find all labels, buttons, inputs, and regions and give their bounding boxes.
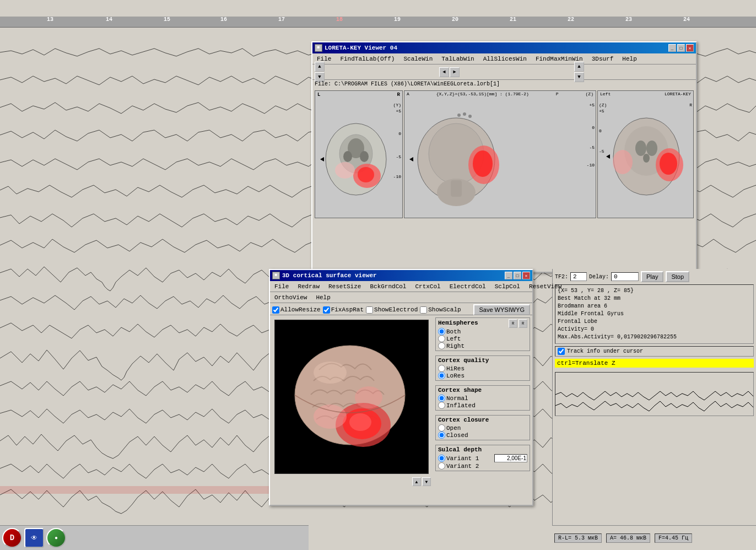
cortex-quality-group: Cortex quality HiRes LoRes: [435, 355, 530, 381]
cortical-menu-orthoview[interactable]: OrthoView: [272, 293, 309, 302]
loreta-brain-views: L R (Y) +5 0 -5 -10: [312, 88, 696, 220]
taskbar-icon-3[interactable]: ●: [46, 528, 66, 548]
brain-scroll-down[interactable]: ▼: [422, 477, 431, 486]
brain-scroll-up[interactable]: ▲: [412, 477, 421, 486]
brain-3d-svg: [275, 320, 425, 470]
menu-3dsurf[interactable]: 3Dsurf: [590, 55, 616, 63]
save-wysiwyg-button[interactable]: Save WYSIWYG: [473, 304, 530, 315]
closure-open[interactable]: Open: [438, 424, 527, 432]
cortical-menu-help2[interactable]: Help: [314, 293, 332, 302]
svg-point-33: [349, 413, 371, 431]
menu-scalewin[interactable]: ScaleWin: [401, 55, 435, 63]
delay-value[interactable]: 0: [611, 272, 639, 281]
svg-point-34: [314, 405, 347, 429]
frontal-top-labels: Left LORETA-KEY: [598, 91, 693, 97]
cortical-close-button[interactable]: ✕: [522, 272, 530, 279]
menu-findtallab[interactable]: FindTalLab(Off): [338, 55, 397, 63]
axial-label-r: R: [397, 92, 400, 98]
axial-label-l: L: [317, 92, 320, 98]
frontal-z-axis: (Z) +5 0 -5: [599, 102, 607, 154]
maximize-button[interactable]: □: [677, 44, 685, 52]
cortical-menu-resetsize[interactable]: ResetSize: [326, 282, 363, 291]
shape-inflated[interactable]: Inflated: [438, 402, 527, 409]
menu-help[interactable]: Help: [620, 55, 639, 63]
taskbar: D 👁 ●: [0, 525, 309, 550]
svg-point-23: [646, 141, 657, 156]
coords-text: {X= 53 , Y= 28 , Z= 85}: [558, 287, 751, 295]
cortical-menu-electrdcol[interactable]: ElectrdCol: [447, 282, 488, 291]
arrow-up-left[interactable]: ▲: [315, 62, 325, 72]
cortical-menu-sclpcol[interactable]: SclpCol: [493, 282, 522, 291]
fix-asp-rat-checkbox[interactable]: FixAspRat: [323, 306, 364, 314]
arrow-down-right[interactable]: ▼: [574, 72, 584, 82]
allow-resize-checkbox[interactable]: AllowResize: [272, 306, 321, 314]
brain-view-coronal: A {X,Y,Z}=(53,-53,15)[mm] : (1.79E-2) P …: [404, 90, 596, 218]
close-button[interactable]: ✕: [686, 44, 694, 52]
axial-brain-svg: [317, 99, 395, 218]
arrow-up-right[interactable]: ▲: [574, 62, 584, 72]
tf2-value[interactable]: 2: [570, 272, 587, 281]
show-electrod-checkbox[interactable]: ShowElectrod: [366, 306, 418, 314]
quality-lores[interactable]: LoRes: [438, 372, 527, 379]
tf2-label: TF2:: [555, 274, 568, 280]
cortical-menu-crtxcol[interactable]: CrtxCol: [413, 282, 442, 291]
show-electrod-input[interactable]: [366, 306, 373, 314]
rl-status: R-L= 5.3 мкВ: [554, 533, 602, 543]
menu-tallabwin[interactable]: TalLabWin: [439, 55, 476, 63]
cortex-quality-title: Cortex quality: [438, 357, 527, 364]
hemisphere-left[interactable]: Left: [438, 335, 527, 342]
tick-15: 15: [164, 17, 170, 23]
minimize-button[interactable]: _: [668, 44, 676, 52]
svg-point-36: [314, 362, 347, 384]
coronal-z-axis: +5 0 -5 -10: [587, 102, 595, 168]
max-activity-text: Max.Abs.Activity= 0,0179020296782255: [558, 333, 751, 341]
cortical-window-controls: _ □ ✕: [505, 272, 530, 279]
hemisphere-right[interactable]: Right: [438, 342, 527, 349]
svg-marker-9: [320, 157, 324, 161]
quality-hires[interactable]: HiRes: [438, 365, 527, 372]
tick-18: 18: [336, 17, 343, 23]
svg-point-15: [473, 150, 493, 177]
fix-asp-rat-input[interactable]: [323, 306, 330, 314]
hemispheres-title: Hemispheres: [438, 320, 478, 326]
svg-rect-13: [451, 180, 462, 197]
brodmann-text: Brodmann area 6: [558, 303, 751, 310]
taskbar-icon-2[interactable]: 👁: [24, 528, 44, 548]
cortical-minimize-button[interactable]: _: [505, 272, 512, 279]
sulcal-variant-1-value[interactable]: 2,00E-1: [494, 454, 527, 462]
hemisphere-r-right[interactable]: R: [519, 319, 527, 328]
menu-allsliceswin[interactable]: AllSlicesWin: [481, 55, 529, 63]
svg-point-24: [643, 154, 650, 163]
arrow-right-center[interactable]: ►: [450, 67, 460, 77]
show-scalp-checkbox[interactable]: ShowScalp: [420, 306, 461, 314]
hemisphere-both[interactable]: Both: [438, 328, 527, 335]
shape-normal[interactable]: Normal: [438, 395, 527, 402]
loreta-viewer-window: ■ LORETA-KEY Viewer 04 _ □ ✕ File FindTa…: [311, 41, 697, 273]
activity-text: Activity= 0: [558, 326, 751, 333]
cortical-maximize-button[interactable]: □: [514, 272, 521, 279]
sulcal-depth-group: Sulcal depth Variant 1 2,00E-1 Variant 2: [435, 445, 530, 471]
stop-button[interactable]: Stop: [666, 271, 689, 282]
tick-17: 17: [278, 17, 285, 23]
translate-z-box: ctrl=Translate Z: [555, 359, 754, 368]
play-button[interactable]: Play: [641, 271, 663, 282]
track-info-checkbox[interactable]: [558, 348, 565, 355]
coronal-brain-svg: [407, 99, 506, 218]
cortical-menu-bckgrndcol[interactable]: BckGrndCol: [368, 282, 408, 291]
cortical-menu-redraw[interactable]: Redraw: [295, 282, 322, 291]
hemisphere-r-left[interactable]: R: [509, 319, 517, 328]
cortical-menu-file[interactable]: File: [272, 282, 291, 291]
cortical-menu-resetview[interactable]: ResetView: [527, 282, 564, 291]
arrow-left-center[interactable]: ◄: [439, 67, 449, 77]
svg-point-18: [468, 115, 472, 118]
allow-resize-input[interactable]: [272, 306, 279, 314]
brain-view-axial: L R (Y) +5 0 -5 -10: [315, 90, 403, 218]
track-info-checkbox-container: Track info under cursor: [555, 346, 754, 357]
variant-2[interactable]: Variant 2: [438, 462, 527, 470]
tick-24: 24: [683, 17, 690, 23]
best-match-text: Best Match at 32 mm: [558, 295, 751, 303]
show-scalp-input[interactable]: [420, 306, 427, 314]
closure-closed[interactable]: Closed: [438, 432, 527, 439]
taskbar-icon-1[interactable]: D: [2, 528, 22, 548]
variant-1[interactable]: Variant 1: [438, 455, 479, 462]
